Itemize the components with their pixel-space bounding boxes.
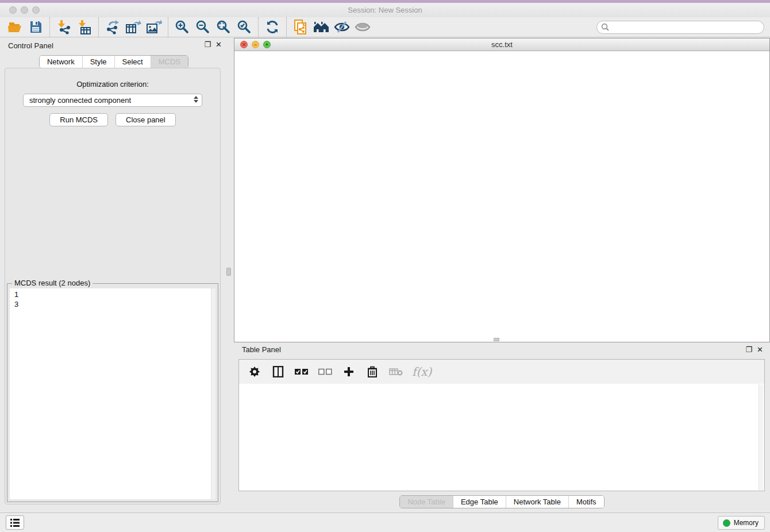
save-session-icon[interactable] bbox=[25, 18, 46, 36]
network-h-scrollbar[interactable] bbox=[494, 338, 499, 341]
toolbar-separator bbox=[168, 17, 168, 37]
zoom-out-icon[interactable] bbox=[192, 18, 213, 36]
hide-selected-icon[interactable] bbox=[332, 18, 352, 36]
close-panel-icon[interactable]: ✕ bbox=[215, 41, 222, 49]
function-builder-icon[interactable]: f(x) bbox=[412, 365, 432, 379]
mcds-panel: Optimization criterion: strongly connect… bbox=[5, 68, 221, 504]
network-minimize-button[interactable]: − bbox=[252, 41, 259, 48]
run-mcds-button[interactable]: Run MCDS bbox=[49, 113, 108, 126]
optimization-label: Optimization criterion: bbox=[5, 80, 220, 88]
minimize-window-button[interactable] bbox=[21, 6, 28, 14]
optimization-value: strongly connected component bbox=[29, 96, 131, 105]
network-canvas[interactable] bbox=[234, 51, 769, 342]
table-toolbar: f(x) bbox=[239, 360, 764, 384]
table-panel-title: Table Panel bbox=[242, 345, 281, 354]
close-window-button[interactable] bbox=[9, 6, 17, 14]
float-panel-icon[interactable]: ❐ bbox=[204, 41, 211, 49]
import-network-icon[interactable] bbox=[53, 18, 74, 36]
zoom-selected-icon[interactable] bbox=[234, 18, 255, 36]
control-panel-scrollbar[interactable] bbox=[226, 268, 231, 276]
list-icon bbox=[10, 518, 20, 527]
tab-motifs[interactable]: Motifs bbox=[568, 496, 604, 508]
export-image-icon[interactable] bbox=[144, 18, 164, 36]
toolbar-separator bbox=[286, 17, 287, 37]
task-history-button[interactable] bbox=[6, 515, 24, 530]
app-window: Session: New Session bbox=[0, 0, 770, 532]
table-tabs: Node TableEdge TableNetwork TableMotifs bbox=[234, 495, 770, 508]
table-panel: Table Panel ❐ ✕ bbox=[234, 342, 770, 512]
table-scrollbar[interactable] bbox=[759, 384, 764, 490]
home-icon[interactable] bbox=[311, 18, 332, 36]
table-header-row bbox=[239, 384, 764, 396]
memory-label: Memory bbox=[734, 519, 759, 527]
network-maximize-button[interactable]: + bbox=[263, 41, 271, 48]
search-icon bbox=[601, 23, 609, 31]
titlebar: Session: New Session bbox=[0, 3, 770, 17]
delete-table-icon[interactable] bbox=[388, 364, 403, 379]
memory-button[interactable]: Memory bbox=[718, 516, 765, 530]
control-panel-tabs: NetworkStyleSelectMCDS bbox=[0, 55, 228, 68]
tab-style[interactable]: Style bbox=[82, 56, 114, 68]
status-bar: Memory bbox=[0, 512, 770, 532]
close-panel-button[interactable]: Close panel bbox=[116, 113, 176, 126]
zoom-in-icon[interactable] bbox=[172, 18, 192, 36]
memory-status-icon bbox=[723, 519, 730, 527]
toolbar-separator bbox=[258, 17, 259, 37]
tab-mcds[interactable]: MCDS bbox=[151, 56, 188, 68]
control-panel: Control Panel ❐ ✕ NetworkStyleSelectMCDS… bbox=[0, 37, 228, 506]
delete-icon[interactable] bbox=[365, 364, 380, 379]
optimization-select[interactable]: strongly connected component bbox=[23, 94, 202, 107]
network-close-button[interactable]: ✕ bbox=[240, 41, 248, 48]
zoom-fit-icon[interactable] bbox=[213, 18, 234, 36]
mcds-result-text[interactable]: 1 3 bbox=[10, 288, 215, 499]
column-icon[interactable] bbox=[271, 364, 286, 379]
main-toolbar bbox=[0, 17, 770, 37]
tab-network-table[interactable]: Network Table bbox=[506, 496, 568, 508]
clone-network-icon[interactable] bbox=[290, 18, 311, 36]
refresh-icon[interactable] bbox=[262, 18, 283, 36]
mcds-result-group: MCDS result (2 nodes) 1 3 bbox=[7, 283, 218, 502]
window-title: Session: New Session bbox=[0, 3, 770, 17]
gear-icon[interactable] bbox=[247, 364, 262, 379]
tab-select[interactable]: Select bbox=[114, 56, 151, 68]
select-all-icon[interactable] bbox=[294, 364, 309, 379]
show-graphics-icon[interactable] bbox=[352, 18, 373, 36]
network-window-title: scc.txt bbox=[234, 38, 769, 51]
mcds-result-title: MCDS result (2 nodes) bbox=[12, 279, 93, 287]
export-table-icon[interactable] bbox=[123, 18, 144, 36]
select-stepper-icon bbox=[194, 96, 198, 103]
add-icon[interactable] bbox=[341, 364, 356, 379]
close-panel-icon[interactable]: ✕ bbox=[757, 346, 763, 354]
import-table-icon[interactable] bbox=[74, 18, 95, 36]
search-input[interactable] bbox=[596, 21, 764, 34]
control-panel-title: Control Panel bbox=[8, 41, 53, 50]
tab-node-table[interactable]: Node Table bbox=[400, 496, 453, 508]
result-scrollbar[interactable] bbox=[211, 288, 215, 499]
network-window-titlebar[interactable]: ✕ − + scc.txt bbox=[234, 38, 769, 51]
unselect-all-icon[interactable] bbox=[318, 364, 333, 379]
network-view-window: ✕ − + scc.txt bbox=[234, 38, 770, 342]
tab-network[interactable]: Network bbox=[40, 56, 82, 68]
tab-edge-table[interactable]: Edge Table bbox=[453, 496, 506, 508]
node-table-container: f(x) bbox=[238, 359, 765, 491]
toolbar-separator bbox=[49, 17, 50, 37]
maximize-window-button[interactable] bbox=[32, 6, 40, 14]
toolbar-separator bbox=[98, 17, 99, 37]
float-panel-icon[interactable]: ❐ bbox=[745, 346, 752, 354]
export-network-icon[interactable] bbox=[102, 18, 123, 36]
open-session-icon[interactable] bbox=[5, 18, 25, 36]
